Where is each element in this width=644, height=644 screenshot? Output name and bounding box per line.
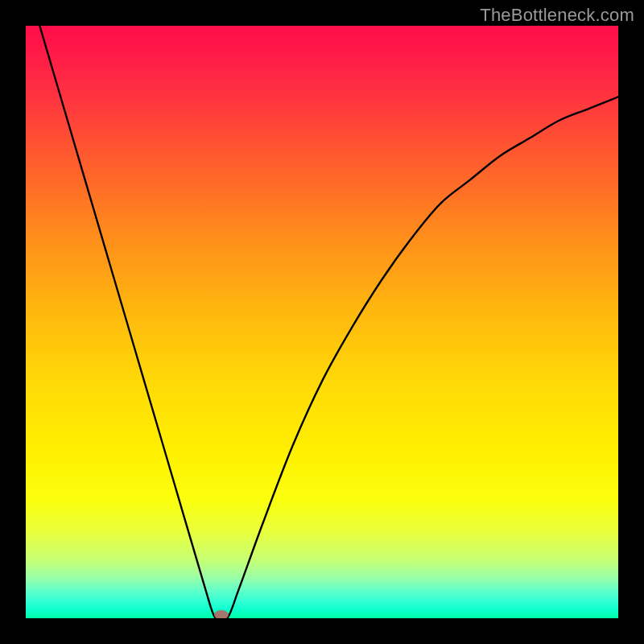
curve-svg: [26, 26, 618, 618]
plot-area: [26, 26, 618, 618]
watermark-text: TheBottleneck.com: [480, 5, 634, 26]
optimum-marker: [214, 610, 229, 618]
bottleneck-curve: [26, 26, 618, 618]
chart-frame: TheBottleneck.com: [0, 0, 644, 644]
